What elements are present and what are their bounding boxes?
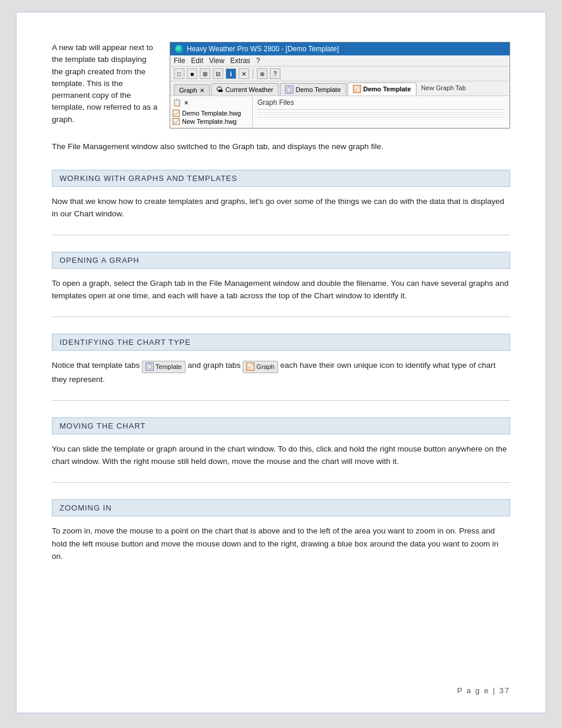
toolbar-close[interactable]: ✕ xyxy=(239,68,249,79)
toolbar-separator xyxy=(253,68,253,79)
app-title: Heavy Weather Pro WS 2800 - [Demo Templa… xyxy=(187,45,339,53)
template-icon: 📋 xyxy=(285,85,293,94)
file-icon-2: 📈 xyxy=(173,118,180,125)
panel-close-x[interactable]: ✕ xyxy=(184,100,189,106)
section-header-moving: MOVING THE CHART xyxy=(52,417,510,434)
graph-tab-demo: 📈 Graph xyxy=(243,361,278,374)
section-header-identifying: IDENTIFYING THE CHART TYPE xyxy=(52,334,510,351)
divider-2 xyxy=(52,317,510,317)
dotted-line-3 xyxy=(257,117,505,117)
body-identifying-prefix: Notice that template tabs xyxy=(52,361,142,370)
app-icon xyxy=(175,45,183,53)
section-body-opening: To open a graph, select the Graph tab in… xyxy=(52,277,510,302)
file-name-1: Demo Template.hwg xyxy=(182,110,241,117)
toolbar-info[interactable]: ℹ xyxy=(226,68,236,79)
toolbar-help[interactable]: ? xyxy=(270,68,280,79)
section-body-identifying: Notice that template tabs 📋 Template and… xyxy=(52,359,510,386)
app-window: Heavy Weather Pro WS 2800 - [Demo Templa… xyxy=(170,42,510,129)
graph-icon: 📈 xyxy=(353,85,361,93)
graph-files-header: Graph Files xyxy=(257,98,505,110)
app-panel-content: 📋 ✕ 📈 Demo Template.hwg 📈 New Template.h… xyxy=(170,96,510,128)
panel-icon-copy: 📋 xyxy=(173,98,181,107)
dotted-line-2 xyxy=(257,114,505,115)
menu-help[interactable]: ? xyxy=(256,57,260,65)
section-body-moving: You can slide the template or graph arou… xyxy=(52,443,510,468)
menu-edit[interactable]: Edit xyxy=(191,57,203,65)
panel-file-row: 📋 ✕ xyxy=(173,98,250,107)
page-number: P a g e | 37 xyxy=(457,686,510,695)
toolbar-search[interactable]: ⊛ xyxy=(257,68,267,79)
tab-current-weather-label: Current Weather xyxy=(226,86,273,93)
intro-text-left: A new tab will appear next to the templa… xyxy=(52,42,158,129)
menu-view[interactable]: View xyxy=(209,57,224,65)
file-name-2: New Template.hwg xyxy=(182,118,237,125)
intro-section: A new tab will appear next to the templa… xyxy=(52,42,510,129)
panel-tab-close[interactable]: ✕ xyxy=(200,87,204,94)
weather-icon: 🌤 xyxy=(216,85,223,94)
divider-3 xyxy=(52,400,510,401)
graph-tab-label: Graph xyxy=(256,362,275,373)
app-toolbar: □ ■ ⊞ ⊟ ℹ ✕ ⊛ ? xyxy=(170,67,510,81)
tab-demo-template-label: Demo Template xyxy=(296,86,341,93)
app-titlebar: Heavy Weather Pro WS 2800 - [Demo Templa… xyxy=(170,42,510,55)
toolbar-save[interactable]: ■ xyxy=(187,68,197,79)
body-identifying-middle: and graph tabs xyxy=(188,361,243,370)
section-header-zooming: ZOOMING IN xyxy=(52,499,510,516)
tab-demo-template[interactable]: 📋 Demo Template xyxy=(280,83,346,95)
divider-1 xyxy=(52,235,510,235)
tab-current-weather[interactable]: 🌤 Current Weather xyxy=(211,83,279,95)
page: A new tab will appear next to the templa… xyxy=(16,12,546,713)
file-item-2[interactable]: 📈 New Template.hwg xyxy=(173,117,250,126)
toolbar-copy[interactable]: ⊞ xyxy=(200,68,210,79)
section-body-zooming: To zoom in, move the mouse to a point on… xyxy=(52,525,510,563)
intro-paragraph: A new tab will appear next to the templa… xyxy=(52,43,157,124)
panel-tab-label: Graph xyxy=(179,87,197,94)
tab-demo-graph-label: Demo Template xyxy=(363,85,411,93)
template-tab-label: Template xyxy=(156,362,182,373)
tab-demo-graph[interactable]: 📈 Demo Template xyxy=(348,83,416,95)
app-right-panel: Graph Files xyxy=(253,96,510,128)
file-icon-1: 📈 xyxy=(173,110,180,117)
menu-extras[interactable]: Extras xyxy=(230,57,250,65)
intro-paragraph2: The File Management window also switched… xyxy=(52,140,510,153)
template-tab-icon: 📋 xyxy=(146,363,154,371)
toolbar-new[interactable]: □ xyxy=(174,68,184,79)
menu-file[interactable]: File xyxy=(174,57,185,65)
dotted-line-1 xyxy=(257,112,505,113)
section-body-working: Now that we know how to create templates… xyxy=(52,195,510,220)
section-header-opening: OPENING A GRAPH xyxy=(52,252,510,269)
app-window-container: Heavy Weather Pro WS 2800 - [Demo Templa… xyxy=(170,42,510,129)
panel-graph-tab[interactable]: Graph ✕ xyxy=(174,84,210,95)
section-header-working: WORKING WITH GRAPHS AND TEMPLATES xyxy=(52,170,510,187)
template-tab-demo: 📋 Template xyxy=(142,361,186,374)
app-left-panel: 📋 ✕ 📈 Demo Template.hwg 📈 New Template.h… xyxy=(170,96,253,128)
divider-4 xyxy=(52,482,510,483)
new-graph-tab-label: New Graph Tab xyxy=(421,84,466,91)
app-tabs-row: Graph ✕ 🌤 Current Weather 📋 Demo Templat… xyxy=(170,81,510,96)
toolbar-paste[interactable]: ⊟ xyxy=(213,68,223,79)
app-menubar: File Edit View Extras ? xyxy=(170,55,510,67)
graph-tab-icon: 📈 xyxy=(246,363,254,371)
file-item-1[interactable]: 📈 Demo Template.hwg xyxy=(173,109,250,117)
